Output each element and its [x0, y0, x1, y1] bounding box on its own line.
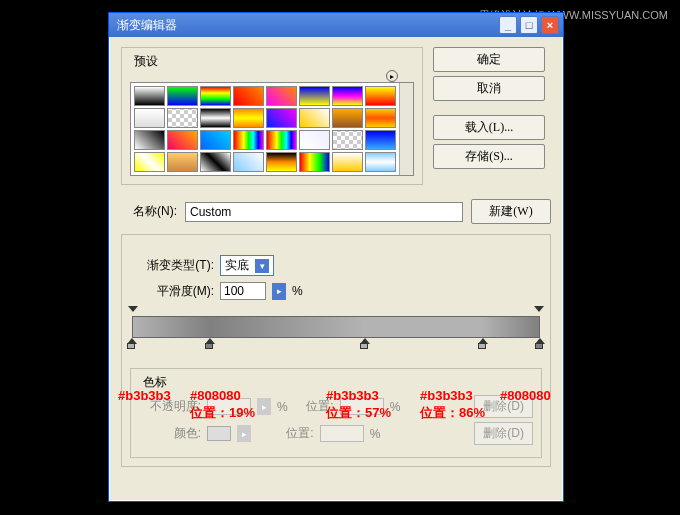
preset-scrollbar[interactable]	[399, 83, 413, 175]
preset-swatch[interactable]	[365, 130, 396, 150]
preset-swatch[interactable]	[266, 130, 297, 150]
window-title: 渐变编辑器	[117, 17, 496, 34]
preset-swatch[interactable]	[233, 152, 264, 172]
stops-fieldset: 色标 不透明度: ▸ % 位置: % 删除(D) 颜色: ▸ %	[130, 368, 542, 458]
preset-swatch[interactable]	[233, 130, 264, 150]
pos-label: 位置:	[274, 425, 314, 442]
preset-swatch[interactable]	[266, 86, 297, 106]
opacity-input	[207, 398, 251, 415]
preset-swatch[interactable]	[134, 152, 165, 172]
preset-swatch[interactable]	[299, 152, 330, 172]
preset-swatch[interactable]	[200, 108, 231, 128]
save-button[interactable]: 存储(S)...	[433, 144, 545, 169]
maximize-button[interactable]: □	[520, 16, 538, 34]
name-label: 名称(N):	[121, 203, 177, 220]
opacity-label: 不透明度:	[139, 398, 201, 415]
preset-swatch[interactable]	[134, 130, 165, 150]
color-stop[interactable]	[205, 338, 215, 348]
preset-swatch[interactable]	[266, 152, 297, 172]
color-stop[interactable]	[360, 338, 370, 348]
preset-swatch[interactable]	[365, 108, 396, 128]
preset-swatch[interactable]	[167, 86, 198, 106]
color-stop[interactable]	[535, 338, 545, 348]
delete-color-button: 删除(D)	[474, 422, 533, 445]
preset-swatch[interactable]	[266, 108, 297, 128]
preset-swatch[interactable]	[167, 108, 198, 128]
gradient-bar[interactable]	[132, 316, 540, 338]
gradient-editor-window: 渐变编辑器 _ □ × 预设 ▸	[108, 12, 564, 502]
preset-swatch[interactable]	[365, 86, 396, 106]
button-column: 确定 取消 载入(L)... 存储(S)...	[433, 47, 545, 193]
color-stop[interactable]	[478, 338, 488, 348]
opacity-stop[interactable]	[128, 306, 138, 316]
preset-swatch[interactable]	[299, 108, 330, 128]
chevron-down-icon: ▾	[255, 259, 269, 273]
preset-swatch[interactable]	[233, 108, 264, 128]
color-stop[interactable]	[127, 338, 137, 348]
preset-grid[interactable]	[130, 82, 414, 176]
preset-swatch[interactable]	[332, 152, 363, 172]
preset-swatch[interactable]	[200, 152, 231, 172]
preset-swatch[interactable]	[365, 152, 396, 172]
preset-swatch[interactable]	[134, 86, 165, 106]
opacity-spinner: ▸	[257, 398, 271, 415]
color-swatch	[207, 426, 231, 441]
opacity-stop[interactable]	[534, 306, 544, 316]
color-label: 颜色:	[139, 425, 201, 442]
smooth-input[interactable]	[220, 282, 266, 300]
ok-button[interactable]: 确定	[433, 47, 545, 72]
type-label: 渐变类型(T):	[130, 257, 214, 274]
preset-swatch[interactable]	[134, 108, 165, 128]
preset-swatch[interactable]	[299, 130, 330, 150]
load-button[interactable]: 载入(L)...	[433, 115, 545, 140]
preset-swatch[interactable]	[332, 130, 363, 150]
color-spinner: ▸	[237, 425, 251, 442]
preset-swatch[interactable]	[332, 108, 363, 128]
new-button[interactable]: 新建(W)	[471, 199, 551, 224]
pos-input	[340, 398, 384, 415]
preset-swatch[interactable]	[200, 130, 231, 150]
smooth-label: 平滑度(M):	[130, 283, 214, 300]
smooth-spinner[interactable]: ▸	[272, 283, 286, 300]
pos-input	[320, 425, 364, 442]
titlebar[interactable]: 渐变编辑器 _ □ ×	[109, 13, 563, 37]
name-input[interactable]	[185, 202, 463, 222]
preset-swatch[interactable]	[233, 86, 264, 106]
delete-opacity-button: 删除(D)	[474, 395, 533, 418]
cancel-button[interactable]: 取消	[433, 76, 545, 101]
preset-swatch[interactable]	[167, 152, 198, 172]
presets-fieldset: 预设 ▸	[121, 47, 423, 185]
type-select[interactable]: 实底 ▾	[220, 255, 274, 276]
preset-swatch[interactable]	[200, 86, 231, 106]
pos-label: 位置:	[294, 398, 334, 415]
stops-legend: 色标	[139, 374, 171, 391]
preset-swatch[interactable]	[332, 86, 363, 106]
presets-menu-icon[interactable]: ▸	[386, 70, 398, 82]
minimize-button[interactable]: _	[499, 16, 517, 34]
gradient-settings-fieldset: . 渐变类型(T): 实底 ▾ 平滑度(M): ▸ %	[121, 234, 551, 467]
preset-swatch[interactable]	[167, 130, 198, 150]
presets-legend: 预设	[130, 53, 162, 70]
preset-swatch[interactable]	[299, 86, 330, 106]
close-button[interactable]: ×	[541, 16, 559, 34]
